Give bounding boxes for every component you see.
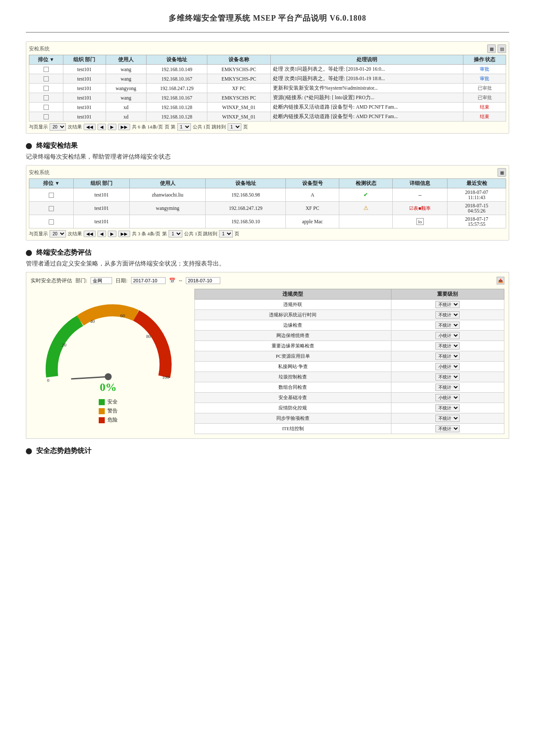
gauge-r3-level-select[interactable]: 小统计 [435, 332, 460, 339]
gauge-arc-safe [52, 321, 80, 377]
page-divider [26, 32, 509, 33]
s1-r1-desc: 处理 次类1问题列表之。等处理: [2018-01-19 18:8... [270, 74, 463, 84]
s1-r1-device: EMKYSCHS-PC [207, 74, 270, 84]
section2-prev-page[interactable]: ◀ [97, 231, 106, 237]
section1-last-page[interactable]: ▶▶ [118, 124, 130, 130]
export-icon-2[interactable]: ▤ [497, 44, 506, 53]
gauge-r5-level-select[interactable]: 不统计 [435, 353, 460, 360]
s1-r5-device: WINXP_SM_01 [207, 112, 270, 122]
s1-r0-user: wang [106, 65, 146, 74]
gauge-tick-20: 20 [62, 342, 67, 347]
section1-prev-page[interactable]: ◀ [97, 124, 106, 130]
gauge-r2-level-select[interactable]: 不统计 [435, 322, 460, 329]
section2-thead: 排位 ▼ 组织 部门 使用人 设备地址 设备型号 检测状态 详细信息 最近安检 [29, 179, 506, 188]
gauge-r12-level-select[interactable]: 不统计 [435, 425, 460, 432]
s2-r2-date: 2018-07-1504:55:26 [447, 202, 506, 215]
gauge-r8-level-select[interactable]: 不统计 [435, 384, 460, 391]
section1-toolbar: 安检系统 ▦ ▤ [29, 44, 506, 53]
section2-page-size[interactable]: 20 [50, 230, 66, 237]
s2-col-device: 设备型号 [286, 179, 339, 188]
s1-r0-device: EMKYSCHS-PC [207, 65, 270, 74]
gauge-dept-label: 部门: [75, 277, 87, 284]
gauge-date-from[interactable] [131, 277, 166, 284]
s1-r3-group: test101 [63, 93, 106, 103]
section2-toolbar-icons: ▦ [497, 168, 506, 177]
s1-r3-ip: 192.168.10.167 [146, 93, 207, 103]
export-icon-1[interactable]: ▦ [487, 44, 496, 53]
s2-r3-group: test101 [74, 215, 130, 228]
s2-r3-cb [29, 215, 74, 228]
s2-r2-detail: ☑表■颗率 [393, 202, 447, 215]
s2-r1-ip: 192.168.50.98 [206, 188, 286, 202]
gauge-left-panel: 0 20 40 60 80 100 0% [31, 289, 186, 434]
gauge-r9-level-select[interactable]: 小统计 [435, 394, 460, 401]
s2-r1-group: test101 [74, 188, 130, 202]
s1-r4-group: test101 [63, 103, 106, 112]
gauge-arc-warn [80, 310, 136, 321]
section1-page-size[interactable]: 20 [50, 123, 66, 131]
gauge-export-icon[interactable]: 📤 [497, 277, 504, 284]
gauge-r6-type: 私接网站·争查 [195, 362, 391, 372]
section2-pagination: 与页显示 20 次结果 ◀◀ ◀ ▶ ▶▶ 共 3 条 4条/页 第 1 公共 … [29, 230, 506, 237]
section1-jump[interactable]: 1 [228, 123, 241, 131]
gauge-r0-level-select[interactable]: 不统计 [435, 301, 460, 308]
s2-col-detail: 详细信息 [393, 179, 447, 188]
gauge-dept-input[interactable] [91, 277, 112, 284]
section2-next-page[interactable]: ▶ [108, 231, 116, 237]
section1-header-row: 排位 ▼ 组织 部门 使用人 设备地址 设备名称 处理说明 操作 状态 [29, 55, 506, 65]
gauge-r11-level-select[interactable]: 不统计 [435, 415, 460, 422]
gauge-tick-40: 40 [90, 319, 95, 324]
s2-r3-device: apple Mac [286, 215, 339, 228]
gauge-r4-type: 重要边缘界策略检查 [195, 341, 391, 351]
gauge-body: 0 20 40 60 80 100 0% [31, 289, 504, 434]
s1-r3-user: wang [106, 93, 146, 103]
table-row: 数组合同检查 不统计 [195, 382, 504, 393]
section1-first-page[interactable]: ◀◀ [84, 124, 96, 130]
section1-bullet [26, 143, 32, 149]
section2-last-page[interactable]: ▶▶ [118, 231, 130, 237]
legend-safe-label: 安全 [107, 398, 118, 406]
s1-r4-status: 结束 [463, 103, 506, 112]
s2-col-date: 最近安检 [447, 179, 506, 188]
gauge-r1-level-select[interactable]: 不统计 [435, 311, 460, 319]
s2-r1-device: A [286, 188, 339, 202]
s2-r1-date: 2018-07-0711:11:43 [447, 188, 506, 202]
col-device: 设备名称 [207, 55, 270, 65]
table-row: 违规外联 不统计 [195, 300, 504, 310]
s1-r3-status: 已审批 [463, 93, 506, 103]
legend-warn-box [99, 408, 105, 414]
col-group: 组织 部门 [63, 55, 106, 65]
gauge-calendar-icon[interactable]: 📅 [169, 278, 175, 284]
gauge-legend-danger: 危险 [99, 416, 118, 424]
gauge-r8-level: 不统计 [391, 382, 504, 393]
gauge-r4-level-select[interactable]: 不统计 [435, 342, 460, 350]
s1-r3-cb [29, 93, 63, 103]
section1-thead: 排位 ▼ 组织 部门 使用人 设备地址 设备名称 处理说明 操作 状态 [29, 55, 506, 65]
gauge-r7-level-select[interactable]: 不统计 [435, 373, 460, 381]
gauge-toolbar: 实时安全态势评估 部门: 日期: 📅 -- 📤 [31, 277, 504, 284]
gauge-date-to[interactable] [186, 277, 220, 284]
table-row: test101 xd 192.168.10.128 WINXP_SM_01 处断… [29, 103, 506, 112]
gauge-r10-level-select[interactable]: 不统计 [435, 404, 460, 412]
s1-r4-desc: 处断内链接系又活动道路 [设备型号: AMD PCNFT Fam... [270, 103, 463, 112]
s1-r2-status: 已审批 [463, 84, 506, 93]
section2-first-page[interactable]: ◀◀ [84, 231, 96, 237]
section2-export-icon[interactable]: ▦ [497, 168, 506, 177]
gauge-date-to-label: -- [179, 278, 182, 284]
table-row: test101 wangyong 192.168.247.129 XF PC 更… [29, 84, 506, 93]
section1-page-num[interactable]: 1 [177, 123, 191, 131]
section2-page-num[interactable]: 1 [169, 230, 182, 237]
section1-header: 终端安检结果 [26, 141, 509, 150]
s1-r4-cb [29, 103, 63, 112]
s1-r5-group: test101 [63, 112, 106, 122]
gauge-svg-wrapper: 0 20 40 60 80 100 [39, 299, 177, 385]
table-row: 违规标识系统运行时间 不统计 [195, 310, 504, 320]
table-row: test101 wang 192.168.10.167 EMKYSCHS-PC … [29, 74, 506, 84]
gauge-r5-type: PC资源应用目单 [195, 351, 391, 362]
gauge-r11-level: 不统计 [391, 413, 504, 424]
gauge-r6-level-select[interactable]: 小统计 [435, 363, 460, 370]
s1-r0-cb [29, 65, 63, 74]
table-row: 应情防化控规 不统计 [195, 403, 504, 413]
section2-jump[interactable]: 1 [219, 230, 233, 237]
section1-next-page[interactable]: ▶ [108, 124, 116, 130]
